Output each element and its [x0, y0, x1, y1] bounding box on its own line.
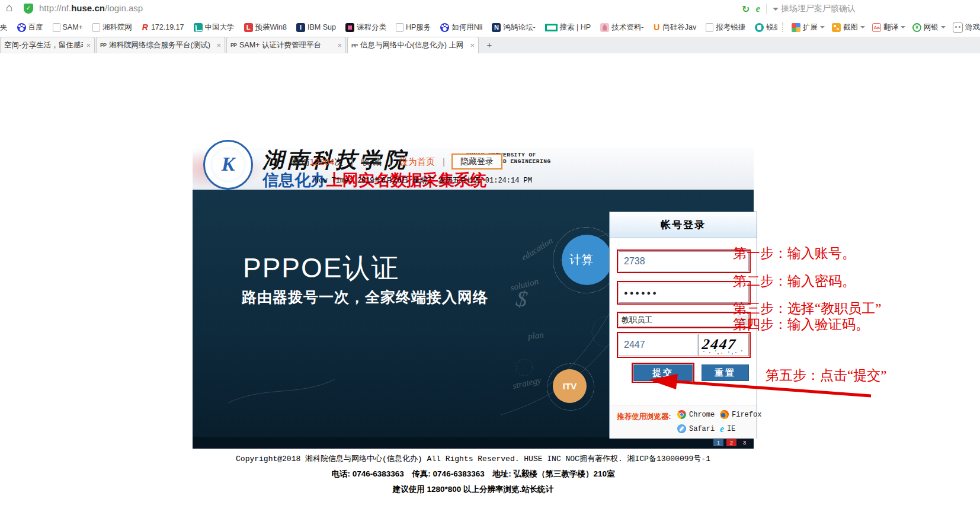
hero-bottom-strip — [193, 437, 754, 449]
browser-label: IE — [727, 425, 735, 433]
extensions-button[interactable]: 扩展 — [792, 23, 825, 33]
computer-circle: 计算 — [562, 235, 612, 285]
bookmark-item[interactable]: 课程分类 — [345, 23, 386, 33]
itv-circle: ITV — [553, 369, 587, 403]
bookmark-item[interactable]: 如何用Nli — [440, 23, 482, 33]
header-stats: 被访12204次 | 收 藏 | 设为首页 | — [292, 156, 450, 168]
bookmark-item[interactable]: N鸿鹄论坛- — [492, 23, 535, 33]
pagination-1[interactable]: 1 — [713, 439, 723, 446]
ie-link[interactable]: eIE — [720, 424, 736, 433]
step-5-annotation: 第五步：点击“提交” — [766, 366, 886, 385]
resolution-suggestion: 建议使用 1280*800 以上分辨率浏览.站长统计 — [193, 484, 754, 495]
chevron-down-icon — [941, 26, 946, 31]
hide-login-button[interactable]: 隐藏登录 — [451, 153, 502, 169]
screenshot-button[interactable]: 截图 — [832, 23, 865, 33]
pagination-3[interactable]: 3 — [739, 439, 750, 446]
bookmark-item[interactable]: IIBM Sup — [296, 23, 336, 32]
close-icon[interactable]: × — [470, 41, 475, 50]
favorite-link[interactable]: 收 藏 — [361, 156, 382, 167]
toolbar-label: 网银 — [924, 23, 939, 33]
tab-bar: 空间-分享生活，留住感动 × PP 湘科院网络综合服务平台(测试) × PP S… — [0, 37, 980, 54]
tab-sam-billing[interactable]: PP SAM+ 认证计费管理平台 × — [226, 37, 346, 53]
bookmark-item[interactable]: L预装Win8 — [244, 23, 287, 33]
role-select[interactable]: 教职员工 — [619, 314, 749, 327]
game-button[interactable]: 游戏 — [953, 23, 980, 33]
bookmark-item[interactable]: 中国大学 — [194, 23, 235, 33]
bookmark-label: 172.19.17 — [151, 23, 184, 31]
hpe-bar-icon — [545, 24, 558, 31]
account-input[interactable] — [619, 251, 749, 271]
bookmark-item[interactable]: 技术资料- — [600, 23, 643, 33]
bookmark-item[interactable]: 百度 — [17, 23, 43, 33]
page-content: K 湖南科技学院 HUNAN UNIVERSITY OFSCIENCE AND … — [0, 53, 980, 531]
bookmark-label: 中国大学 — [205, 23, 235, 33]
browser-label: Firefox — [732, 411, 761, 419]
refresh-icon[interactable]: ↻ — [742, 4, 750, 15]
bookmark-item[interactable]: 湘科院网 — [92, 23, 132, 33]
bookmark-label: 预装Win8 — [255, 23, 287, 33]
url-text[interactable]: http://nf.huse.cn/login.asp — [39, 3, 143, 13]
close-icon[interactable]: × — [216, 41, 221, 50]
bookmark-item[interactable]: 搜索 | HP — [545, 23, 591, 33]
site-stats-link[interactable]: 站长统计 — [521, 485, 553, 494]
bookmark-label: 尚硅谷Jav — [662, 23, 696, 33]
red-l-icon: L — [244, 23, 253, 32]
url-path: /login.asp — [105, 3, 143, 13]
close-icon[interactable]: × — [86, 41, 91, 50]
submit-button[interactable]: 提交 — [633, 364, 693, 381]
tab-service-platform[interactable]: PP 湘科院网络综合服务平台(测试) × — [96, 37, 225, 53]
firefox-link[interactable]: Firefox — [720, 410, 761, 419]
close-icon[interactable]: × — [337, 41, 342, 50]
tab-space[interactable]: 空间-分享生活，留住感动 × — [0, 37, 95, 53]
step-1-annotation: 第一步：输入账号。 — [733, 244, 856, 263]
bookmark-label: 鸿鹄论坛- — [503, 23, 535, 33]
bookmark-label: 技术资料- — [611, 23, 643, 33]
site-security-shield-icon[interactable]: ✓ — [24, 4, 33, 14]
bookmark-item[interactable]: SAM+ — [53, 23, 83, 32]
screen: ⌂ ✓ http://nf.huse.cn/login.asp ↻ e 操场埋尸… — [0, 0, 980, 531]
bookmark-item[interactable]: 夹 — [0, 23, 8, 33]
safari-link[interactable]: Safari — [677, 424, 715, 433]
compat-mode-icon[interactable]: e — [755, 3, 760, 15]
hero-subtitle: 路由器拨号一次，全家终端接入网络 — [242, 287, 488, 307]
tab-title: 信息与网络中心(信息化办) 上网 — [360, 40, 467, 50]
bookmark-item[interactable]: U尚硅谷Jav — [653, 23, 696, 33]
banner-pagination: 1 2 3 — [713, 439, 750, 446]
university-logo: K — [203, 140, 253, 190]
separator: | — [351, 156, 353, 167]
forum-n-icon: N — [492, 23, 501, 32]
recommended-browsers: 推荐使用浏览器: Chrome Firefox Safari eIE — [610, 405, 757, 439]
bookmark-item[interactable]: R172.19.17 — [142, 23, 184, 32]
separator: | — [389, 156, 392, 167]
pp-favicon: PP — [351, 43, 357, 49]
home-icon[interactable]: ⌂ — [6, 1, 12, 14]
chevron-down-icon[interactable] — [773, 8, 779, 14]
firefox-icon — [720, 410, 729, 419]
copyright-line: Copyright@2018 湘科院信息与网络中心(信息化办) All Righ… — [193, 453, 754, 464]
step-4-annotation: 第四步：输入验证码。 — [733, 315, 869, 334]
current-time: Now Time: 2019年6月26日 星期三 农历五月廿四 01:24:14… — [315, 175, 532, 185]
captcha-input[interactable] — [619, 334, 697, 356]
baidu-paw-icon — [17, 23, 26, 32]
bookmark-item[interactable]: 报考锐捷 — [706, 23, 745, 33]
set-homepage-link[interactable]: 设为首页 — [399, 156, 435, 167]
new-tab-button[interactable]: + — [482, 39, 497, 51]
browser-label: Safari — [689, 425, 715, 433]
chrome-link[interactable]: Chrome — [677, 410, 715, 419]
toolbar-label: 游戏 — [965, 23, 980, 33]
contact-line: 电话: 0746-6383363 传真: 0746-6383363 地址: 弘毅… — [193, 469, 754, 479]
tab-title: SAM+ 认证计费管理平台 — [239, 40, 334, 50]
bookmark-label: 百度 — [28, 23, 43, 33]
tower-icon — [600, 23, 609, 32]
bookmark-item[interactable]: HP服务 — [396, 23, 431, 33]
browser-toolbar: 扩展 截图 Aa翻译 ¥网银 游戏 — [777, 18, 980, 37]
password-input[interactable] — [619, 283, 749, 303]
translate-button[interactable]: Aa翻译 — [872, 23, 905, 33]
safari-icon — [677, 424, 686, 433]
reset-button[interactable]: 重置 — [702, 364, 749, 381]
bank-button[interactable]: ¥网银 — [912, 23, 946, 33]
search-suggestion-text[interactable]: 操场埋尸案尸骸确认 — [781, 4, 856, 14]
tab-network-center-active[interactable]: PP 信息与网络中心(信息化办) 上网 × — [347, 37, 479, 53]
captcha-image[interactable]: 2447 — [698, 334, 749, 356]
pagination-2[interactable]: 2 — [726, 439, 736, 446]
